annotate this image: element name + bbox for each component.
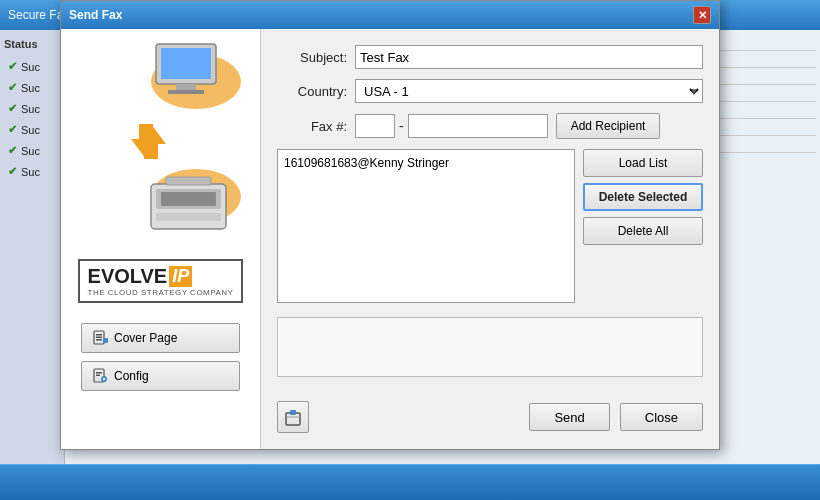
fax-number-input[interactable]	[408, 114, 548, 138]
delete-all-label: Delete All	[618, 224, 669, 238]
subject-label: Subject:	[277, 50, 347, 65]
svg-rect-20	[96, 375, 100, 377]
delete-all-button[interactable]: Delete All	[583, 217, 703, 245]
country-select-wrapper: USA - 1 Canada - 1 UK - 44 ▼	[355, 79, 703, 103]
svg-rect-19	[96, 372, 102, 374]
load-list-button[interactable]: Load List	[583, 149, 703, 177]
sidebar-item: ✔ Suc	[4, 121, 60, 138]
recipients-buttons: Load List Delete Selected Delete All	[583, 149, 703, 303]
check-icon: ✔	[8, 60, 17, 73]
add-recipient-button[interactable]: Add Recipient	[556, 113, 661, 139]
svg-rect-10	[161, 192, 216, 206]
dialog-titlebar: Send Fax ✕	[61, 1, 719, 29]
fax-machine-icon	[146, 169, 236, 239]
check-icon: ✔	[8, 165, 17, 178]
recipients-area: 16109681683@Kenny Stringer Load List Del…	[277, 149, 703, 303]
dialog-body: EVOLVE IP THE CLOUD STRATEGY COMPANY	[61, 29, 719, 449]
attach-file-button[interactable]	[277, 401, 309, 433]
sidebar-status-label: Status	[4, 38, 60, 50]
check-icon: ✔	[8, 123, 17, 136]
sidebar-item-text: Suc	[21, 166, 40, 178]
cover-config-buttons: Cover Page Config	[71, 323, 250, 391]
subject-row: Subject:	[277, 45, 703, 69]
send-label: Send	[554, 410, 584, 425]
check-icon: ✔	[8, 144, 17, 157]
dialog-right-panel: Subject: Country: USA - 1 Canada - 1 UK …	[261, 29, 719, 449]
check-icon: ✔	[8, 102, 17, 115]
svg-rect-11	[156, 213, 221, 221]
svg-rect-15	[96, 337, 102, 339]
subject-input[interactable]	[355, 45, 703, 69]
evolve-subtitle: THE CLOUD STRATEGY COMPANY	[88, 288, 234, 297]
sidebar-item-text: Suc	[21, 145, 40, 157]
send-fax-dialog: Send Fax ✕	[60, 0, 720, 450]
bottom-buttons: Send Close	[277, 395, 703, 433]
attach-icon	[283, 407, 303, 427]
evolve-ip-part: IP	[169, 266, 192, 287]
dialog-title: Send Fax	[69, 8, 122, 22]
browser-sidebar: Status ✔ Suc ✔ Suc ✔ Suc ✔ Suc ✔ Suc	[0, 30, 65, 464]
arrows-icon	[126, 119, 186, 169]
sidebar-item: ✔ Suc	[4, 79, 60, 96]
taskbar	[0, 464, 820, 500]
svg-rect-2	[176, 84, 196, 90]
check-icon: ✔	[8, 81, 17, 94]
delete-selected-button[interactable]: Delete Selected	[583, 183, 703, 211]
computer-icon	[146, 39, 236, 109]
fax-label: Fax #:	[277, 119, 347, 134]
add-recipient-label: Add Recipient	[571, 119, 646, 133]
svg-rect-24	[290, 410, 296, 415]
fax-number-inputs: -	[355, 114, 548, 138]
country-label: Country:	[277, 84, 347, 99]
close-button[interactable]: Close	[620, 403, 703, 431]
cover-page-button[interactable]: Cover Page	[81, 323, 240, 353]
svg-rect-12	[166, 177, 211, 185]
evolve-logo-box: EVOLVE IP THE CLOUD STRATEGY COMPANY	[78, 259, 244, 303]
svg-rect-7	[139, 124, 153, 139]
fax-illustration	[76, 39, 246, 239]
evolve-text-part: EVOLVE	[88, 265, 168, 288]
svg-rect-17	[103, 338, 108, 343]
svg-rect-22	[103, 378, 105, 380]
sidebar-item-text: Suc	[21, 82, 40, 94]
sidebar-item: ✔ Suc	[4, 163, 60, 180]
dialog-left-panel: EVOLVE IP THE CLOUD STRATEGY COMPANY	[61, 29, 261, 449]
sidebar-item-text: Suc	[21, 124, 40, 136]
close-label: Close	[645, 410, 678, 425]
svg-rect-16	[96, 339, 102, 341]
fax-dash: -	[399, 118, 404, 134]
sidebar-item: ✔ Suc	[4, 100, 60, 117]
config-button[interactable]: Config	[81, 361, 240, 391]
dialog-close-button[interactable]: ✕	[693, 6, 711, 24]
cover-page-icon	[92, 330, 108, 346]
svg-rect-3	[168, 90, 204, 94]
cover-page-label: Cover Page	[114, 331, 177, 345]
evolve-logo-text: EVOLVE IP	[88, 265, 234, 288]
sidebar-item: ✔ Suc	[4, 142, 60, 159]
config-icon	[92, 368, 108, 384]
send-button[interactable]: Send	[529, 403, 609, 431]
delete-selected-label: Delete Selected	[599, 190, 688, 204]
sidebar-item-text: Suc	[21, 61, 40, 73]
svg-rect-14	[96, 334, 102, 336]
attachment-area	[277, 317, 703, 377]
recipients-textarea[interactable]: 16109681683@Kenny Stringer	[277, 149, 575, 303]
config-label: Config	[114, 369, 149, 383]
country-select[interactable]: USA - 1 Canada - 1 UK - 44	[355, 79, 703, 103]
sidebar-item: ✔ Suc	[4, 58, 60, 75]
load-list-label: Load List	[619, 156, 668, 170]
country-row: Country: USA - 1 Canada - 1 UK - 44 ▼	[277, 79, 703, 103]
evolve-logo: EVOLVE IP THE CLOUD STRATEGY COMPANY	[78, 259, 244, 303]
svg-rect-1	[161, 48, 211, 79]
fax-prefix-input[interactable]	[355, 114, 395, 138]
fax-number-row: Fax #: - Add Recipient	[277, 113, 703, 139]
sidebar-item-text: Suc	[21, 103, 40, 115]
